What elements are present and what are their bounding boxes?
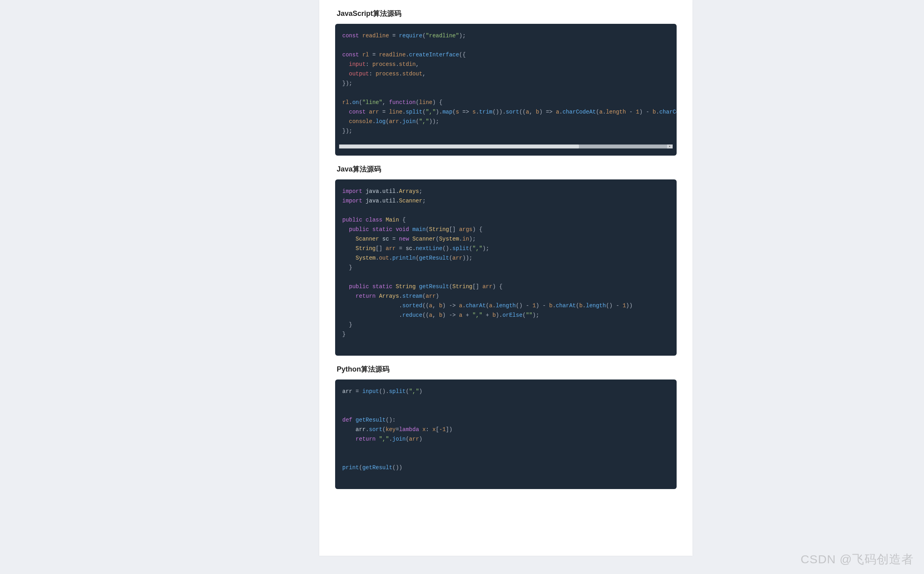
code-block-js[interactable]: const readline = require("readline"); co… <box>335 24 677 156</box>
watermark-text: CSDN @飞码创造者 <box>801 551 914 568</box>
code-python: arr = input().split(",") def getResult()… <box>335 387 677 482</box>
scroll-thumb[interactable] <box>340 144 579 148</box>
article-content: JavaScript算法源码 const readline = require(… <box>319 9 693 505</box>
section-heading-js: JavaScript算法源码 <box>335 9 677 18</box>
code-java: import java.util.Arrays; import java.uti… <box>335 187 677 349</box>
code-block-python[interactable]: arr = input().split(",") def getResult()… <box>335 379 677 489</box>
code-block-java[interactable]: import java.util.Arrays; import java.uti… <box>335 179 677 356</box>
section-heading-java: Java算法源码 <box>335 164 677 174</box>
code-js: const readline = require("readline"); co… <box>335 31 677 139</box>
horizontal-scrollbar[interactable]: ◂ ▸ <box>340 144 672 148</box>
scroll-right-arrow[interactable]: ▸ <box>667 144 673 148</box>
section-heading-python: Python算法源码 <box>335 364 677 374</box>
page-root: JavaScript算法源码 const readline = require(… <box>0 0 924 574</box>
article-sheet: JavaScript算法源码 const readline = require(… <box>319 0 693 556</box>
